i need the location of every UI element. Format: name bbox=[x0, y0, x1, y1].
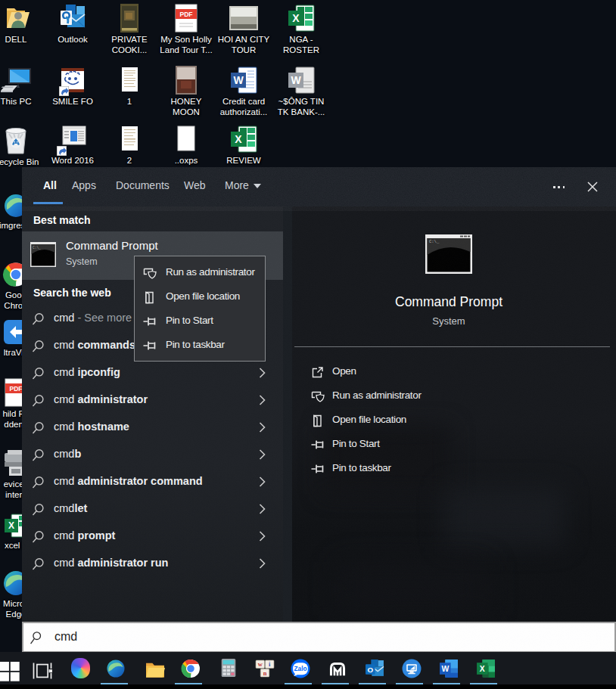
svg-text:w: w bbox=[258, 661, 263, 668]
svg-text:W: W bbox=[233, 74, 244, 86]
svg-text:C:\_: C:\_ bbox=[33, 246, 41, 250]
svg-text:X: X bbox=[480, 665, 485, 673]
svg-text:X: X bbox=[292, 12, 300, 24]
svg-text:W: W bbox=[291, 74, 301, 86]
svg-text:PDF: PDF bbox=[180, 11, 193, 18]
svg-text:Zalo: Zalo bbox=[294, 665, 306, 672]
svg-text:W: W bbox=[441, 665, 449, 673]
svg-text:C:\_: C:\_ bbox=[429, 239, 440, 244]
svg-text:O: O bbox=[367, 666, 373, 674]
svg-text:X: X bbox=[235, 133, 242, 145]
svg-text:PDF: PDF bbox=[10, 385, 23, 393]
svg-text:X: X bbox=[8, 520, 14, 531]
svg-text:n: n bbox=[263, 670, 267, 677]
